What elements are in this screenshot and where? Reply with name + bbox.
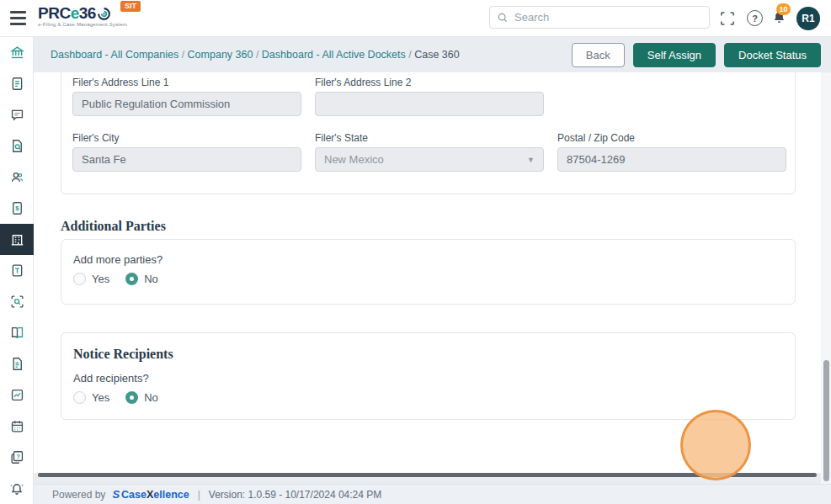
- scan-search-icon: [9, 294, 25, 310]
- version-text: Version: 1.0.59 - 10/17/2024 04:24 PM: [209, 489, 381, 501]
- sidebar-item-ledger[interactable]: [0, 317, 34, 348]
- logo-spiral-icon: [97, 7, 111, 21]
- environment-badge: SIT: [120, 1, 141, 12]
- address-line-2-field[interactable]: [315, 92, 544, 116]
- add-recipients-options: Yes No: [73, 391, 168, 404]
- horizontal-scrollbar[interactable]: [38, 473, 817, 477]
- state-label: Filer's State: [315, 132, 368, 144]
- sidebar-item-alerts[interactable]: [0, 479, 34, 501]
- recipients-no-radio[interactable]: [125, 391, 138, 404]
- notification-count-badge: 10: [776, 3, 791, 15]
- sidebar-item-help-docs[interactable]: ?: [0, 442, 34, 473]
- sidebar-item-advanced-search[interactable]: [0, 286, 34, 317]
- sidebar-item-analytics[interactable]: [0, 379, 34, 411]
- help-icon[interactable]: ?: [747, 10, 763, 26]
- app-logo[interactable]: PRCe36 e-Filing & Case Management System: [38, 4, 127, 27]
- casexellence-logo: S CaseXellence: [112, 488, 189, 501]
- filer-address-card: Filer's Address Line 1 Filer's Address L…: [61, 72, 796, 194]
- address-line-1-label: Filer's Address Line 1: [72, 77, 168, 88]
- notice-recipients-title: Notice Recipients: [73, 347, 173, 362]
- parties-no-label: No: [144, 273, 158, 285]
- users-icon: [9, 169, 25, 185]
- left-sidebar: $ ?: [0, 37, 34, 504]
- breadcrumb-current: Case 360: [414, 49, 460, 61]
- bell-icon: [8, 481, 25, 498]
- address-line-1-field[interactable]: [72, 92, 301, 116]
- fullscreen-icon[interactable]: [721, 12, 734, 25]
- notice-recipients-card: Notice Recipients Add recipients? Yes No: [61, 332, 796, 420]
- self-assign-button[interactable]: Self Assign: [633, 43, 716, 67]
- logo-text: PRC: [38, 4, 71, 23]
- calendar-icon: [9, 418, 25, 434]
- vertical-scrollbar-thumb[interactable]: [823, 360, 829, 481]
- recipients-no-label: No: [144, 391, 158, 404]
- report-icon: [9, 356, 25, 372]
- hamburger-menu-icon[interactable]: [10, 11, 26, 25]
- address-line-2-label: Filer's Address Line 2: [315, 77, 411, 88]
- chat-icon: [9, 107, 25, 123]
- chevron-down-icon: ▼: [527, 156, 535, 164]
- parties-yes-radio[interactable]: [73, 273, 86, 285]
- sidebar-item-tasks[interactable]: [0, 255, 34, 286]
- sidebar-item-calendar[interactable]: [0, 411, 34, 442]
- app-screen: PRCe36 e-Filing & Case Management System…: [0, 0, 831, 504]
- sidebar-item-billing[interactable]: $: [0, 193, 34, 224]
- top-header: PRCe36 e-Filing & Case Management System…: [0, 0, 831, 37]
- toolbar-actions: Back Self Assign Docket Status: [572, 43, 821, 67]
- ledger-icon: [9, 325, 25, 341]
- search-input[interactable]: [514, 11, 702, 24]
- recipients-yes-radio[interactable]: [73, 391, 86, 404]
- back-button[interactable]: Back: [572, 43, 625, 67]
- building-icon: [9, 231, 25, 247]
- casexellence-icon: S: [112, 488, 120, 501]
- parties-yes-label: Yes: [92, 273, 109, 285]
- logo-tagline: e-Filing & Case Management System: [38, 22, 127, 27]
- additional-parties-title: Additional Parties: [61, 219, 166, 234]
- main-content: Filer's Address Line 1 Filer's Address L…: [34, 72, 821, 473]
- breadcrumb: Dashboard - All Companies / Company 360 …: [51, 49, 460, 61]
- footer-separator: |: [198, 489, 200, 501]
- breadcrumb-link-all-active-dockets[interactable]: Dashboard - All Active Dockets: [262, 49, 406, 61]
- docket-status-button[interactable]: Docket Status: [724, 43, 821, 67]
- search-icon: [497, 12, 509, 24]
- footer: Powered by S CaseXellence | Version: 1.0…: [34, 484, 831, 504]
- document-icon: [9, 76, 25, 92]
- task-file-icon: [9, 263, 25, 279]
- add-more-parties-question: Add more parties?: [73, 253, 162, 266]
- city-field[interactable]: [72, 147, 301, 172]
- sidebar-item-filings[interactable]: [0, 68, 34, 99]
- parties-no-radio[interactable]: [125, 273, 138, 285]
- file-search-icon: [9, 138, 25, 154]
- analytics-icon: [9, 387, 25, 403]
- sidebar-item-company-360[interactable]: [0, 224, 34, 255]
- sidebar-item-case-search[interactable]: [0, 130, 34, 162]
- billing-icon: $: [9, 200, 25, 216]
- global-search[interactable]: [489, 6, 710, 29]
- user-avatar[interactable]: R1: [796, 7, 820, 30]
- breadcrumb-link-dashboard-all-companies[interactable]: Dashboard - All Companies: [51, 49, 178, 61]
- svg-text:$: $: [15, 204, 19, 212]
- sidebar-item-reports[interactable]: [0, 348, 34, 379]
- bank-icon: [9, 45, 25, 61]
- sidebar-item-messages[interactable]: [0, 99, 34, 130]
- sidebar-item-users[interactable]: [0, 162, 34, 193]
- powered-by-label: Powered by: [52, 489, 105, 501]
- zip-label: Postal / Zip Code: [557, 132, 635, 144]
- add-more-parties-options: Yes No: [73, 273, 168, 285]
- sidebar-item-companies[interactable]: [0, 37, 34, 68]
- recipients-yes-label: Yes: [92, 391, 109, 404]
- svg-text:?: ?: [16, 453, 20, 460]
- zip-field[interactable]: [557, 147, 786, 172]
- breadcrumb-bar: Dashboard - All Companies / Company 360 …: [34, 37, 831, 72]
- city-label: Filer's City: [72, 132, 120, 144]
- help-doc-icon: ?: [9, 449, 25, 465]
- state-select[interactable]: New Mexico ▼: [315, 147, 544, 172]
- breadcrumb-link-company-360[interactable]: Company 360: [188, 49, 253, 61]
- additional-parties-card: Add more parties? Yes No: [61, 239, 796, 305]
- add-recipients-question: Add recipients?: [73, 372, 149, 385]
